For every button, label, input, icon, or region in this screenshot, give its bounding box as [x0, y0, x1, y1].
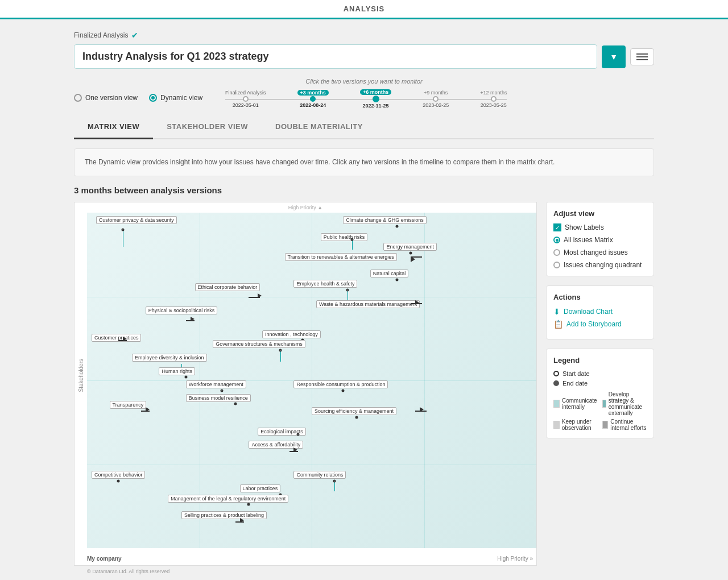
show-labels-label: Show Labels: [565, 223, 604, 231]
issue-business-model[interactable]: Business model resilience: [186, 394, 251, 402]
issue-climate-change[interactable]: Climate change & GHG emissions: [343, 216, 427, 224]
issue-ethical-corporate[interactable]: Ethical corporate behavior: [195, 283, 260, 291]
timeline-point-2[interactable]: +6 months 2022-11-25: [360, 89, 391, 109]
issue-sourcing[interactable]: Sourcing efficiency & management: [312, 407, 396, 415]
download-icon: ⬇: [553, 307, 560, 316]
axis-x-left: My company: [87, 556, 122, 562]
tab-stakeholder-view[interactable]: STAKEHOLDER VIEW: [153, 115, 262, 139]
tab-double-materiality[interactable]: DOUBLE MATERIALITY: [262, 115, 377, 139]
add-storyboard-link[interactable]: 📋 Add to Storyboard: [553, 320, 647, 329]
adjust-view-section: Adjust view ✓ Show Labels All issues Mat…: [546, 202, 654, 276]
legend-start-label: Start date: [562, 370, 590, 377]
issue-labor[interactable]: Labor practices: [240, 484, 281, 492]
issue-innovation[interactable]: Innovation , technology: [262, 330, 321, 338]
radio-issues-changing[interactable]: Issues changing quadrant: [553, 261, 647, 269]
legend-end-label: End date: [562, 380, 588, 387]
keep-observation-color-box: [553, 421, 560, 429]
menu-line-3: [636, 59, 648, 60]
issue-workforce[interactable]: Workforce management: [186, 380, 246, 388]
issue-energy-management[interactable]: Energy management: [383, 243, 437, 251]
issue-natural-capital[interactable]: Natural capital: [370, 270, 409, 277]
analysis-title-input[interactable]: [74, 44, 597, 69]
issue-customer-privacy[interactable]: Customer privacy & data security: [96, 216, 177, 224]
issue-human-rights[interactable]: Human rights: [159, 367, 195, 375]
storyboard-icon: 📋: [553, 320, 563, 329]
issue-public-health[interactable]: Public health risks: [321, 233, 368, 241]
info-box: The Dynamic view provides insight into h…: [74, 148, 654, 176]
issue-waste[interactable]: Waste & hazardous materials management: [316, 300, 420, 308]
issue-transparency[interactable]: Transparency: [110, 401, 147, 409]
issue-transition-renewables[interactable]: Transition to renewables & alternative e…: [285, 253, 397, 261]
one-version-option[interactable]: One version view: [74, 94, 138, 102]
timeline-point-4[interactable]: +12 months 2023-05-25: [480, 90, 507, 108]
dropdown-button[interactable]: ▼: [602, 45, 626, 68]
menu-line-1: [636, 53, 648, 55]
timeline-hint: Click the two versions you want to monit…: [74, 78, 654, 85]
issue-legal[interactable]: Management of the legal & regulatory env…: [168, 495, 288, 503]
section-title: 3 months between analysis versions: [74, 185, 654, 195]
legend-start-dot: [553, 371, 559, 376]
actions-section: Actions ⬇ Download Chart 📋 Add to Storyb…: [546, 285, 654, 339]
issue-community[interactable]: Community relations: [293, 471, 346, 479]
legend-end-dot: [553, 380, 559, 386]
finalized-label: Finalized Analysis: [74, 31, 128, 39]
legend-keep-observation: Keep under observation: [553, 419, 600, 431]
issue-employee-diversity[interactable]: Employee diversity & inclusion: [132, 354, 207, 362]
legend-continue-efforts: Continue internal efforts: [602, 419, 647, 431]
adjust-view-title: Adjust view: [553, 209, 647, 218]
timeline-point-0[interactable]: Finalized Analysis 2022-05-01: [225, 90, 266, 108]
radio-all-issues[interactable]: All issues Matrix: [553, 236, 647, 244]
communicate-color-box: [553, 400, 560, 408]
dynamic-view-option[interactable]: Dynamic view: [149, 94, 202, 102]
top-nav: ANALYSIS: [0, 0, 728, 19]
radio-most-changed[interactable]: Most changed issues: [553, 248, 647, 256]
issue-customer-practices[interactable]: Customer practices: [92, 334, 142, 342]
issue-competitive[interactable]: Competitive behavior: [92, 471, 146, 479]
legend-develop-strategy: Develop strategy & communicate externall…: [602, 391, 647, 416]
issue-governance[interactable]: Governance structures & mechanisms: [213, 340, 305, 348]
timeline-point-3[interactable]: +9 months 2023-02-25: [423, 90, 449, 108]
actions-title: Actions: [553, 293, 647, 301]
check-icon: ✔: [131, 31, 138, 40]
y-axis-label: Stakeholders: [78, 359, 84, 392]
legend-title: Legend: [553, 356, 647, 364]
nav-title: ANALYSIS: [344, 5, 385, 13]
tab-matrix-view[interactable]: MATRIX VIEW: [74, 115, 153, 139]
show-labels-checkbox[interactable]: ✓: [553, 223, 561, 231]
axis-x-right: High Priority »: [497, 556, 533, 562]
legend-section: Legend Start date End date Communicate i…: [546, 349, 654, 438]
menu-line-2: [636, 56, 648, 57]
download-chart-link[interactable]: ⬇ Download Chart: [553, 307, 647, 316]
high-priority-top: High Priority ▲: [288, 205, 322, 210]
issue-employee-health[interactable]: Employee health & safety: [293, 280, 357, 288]
menu-button[interactable]: [630, 48, 654, 65]
continue-efforts-color-box: [602, 421, 609, 429]
timeline-point-1[interactable]: +3 months 2022-08-24: [297, 90, 329, 108]
legend-communicate: Communicate internally: [553, 391, 600, 416]
issue-responsible-consumption[interactable]: Responsible consumption & production: [293, 380, 388, 388]
chart-container: Stakeholders High Priority ▲ Customer pr…: [74, 202, 537, 566]
chart-inner: Customer privacy & data security Climate…: [87, 213, 536, 548]
copyright: © Datamaran Ltd. All rights reserved: [87, 569, 169, 574]
issue-selling[interactable]: Selling practices & product labeling: [181, 511, 267, 519]
finalized-row: Finalized Analysis ✔: [74, 31, 654, 40]
issue-physical-risks[interactable]: Physical & sociopolitical risks: [146, 306, 218, 314]
develop-strategy-color-box: [602, 400, 606, 408]
